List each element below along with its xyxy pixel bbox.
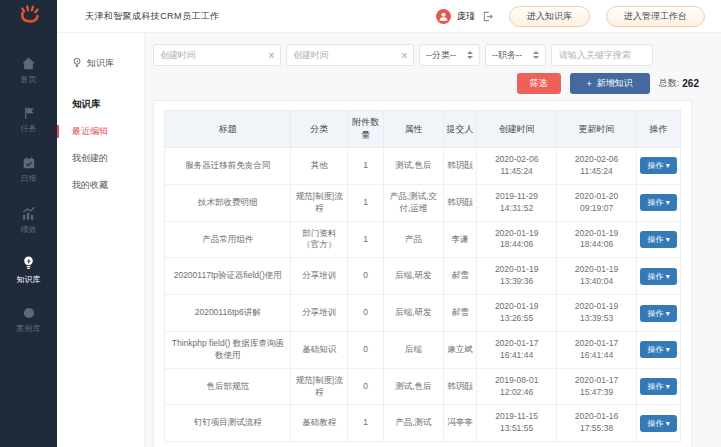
total-value: 262	[682, 78, 699, 89]
row-action-cell: 操作 ▾	[637, 221, 681, 258]
row-created: 2020-01-1913:26:55	[477, 295, 557, 332]
app-root: 天津和智聚成科技CRM员工工作 庞瑾 进入知识库 进入管理工作台 首页任务日报绩…	[0, 0, 721, 447]
category-select[interactable]: --分类--	[419, 44, 480, 66]
person-icon	[438, 11, 449, 22]
row-submitter: 康立斌	[443, 331, 477, 368]
app-logo[interactable]	[0, 0, 57, 33]
date-from-placeholder: 创建时间	[160, 49, 196, 62]
date-from-field[interactable]: 创建时间 X	[153, 44, 281, 66]
subsidebar-item-recent-edits[interactable]: 最近编辑	[57, 125, 144, 138]
logout-icon[interactable]	[482, 11, 493, 22]
small-bulb-icon	[72, 57, 82, 70]
sidebar-item-tasks[interactable]: 任务	[0, 95, 57, 145]
row-action-button[interactable]: 操作 ▾	[640, 194, 676, 211]
row-action-cell: 操作 ▾	[637, 405, 681, 442]
subsidebar-section-title: 知识库	[57, 98, 144, 111]
row-action-button[interactable]: 操作 ▾	[640, 231, 676, 248]
row-attrs: 产品,测试,交付,运维	[384, 184, 443, 221]
row-title: 售后部规范	[165, 368, 291, 405]
row-created: 2019-08-0112:02:46	[477, 368, 557, 405]
row-submitter: 冯亭亭	[443, 405, 477, 442]
sidebar-item-performance[interactable]: 绩效	[0, 195, 57, 245]
row-action-cell: 操作 ▾	[637, 184, 681, 221]
table-header-row: 标题分类附件数量属性提交人创建时间更新时间操作	[165, 111, 681, 148]
plus-icon: +	[587, 79, 592, 89]
row-action-button[interactable]: 操作 ▾	[640, 341, 676, 358]
category-select-value: --分类--	[426, 49, 456, 62]
row-category: 基础教程	[291, 405, 348, 442]
job-select[interactable]: --职务--	[485, 44, 546, 66]
circle-icon	[22, 306, 36, 320]
select-arrows-icon	[533, 51, 539, 59]
date-to-field[interactable]: 创建时间 X	[286, 44, 414, 66]
column-header: 附件数量	[348, 111, 384, 148]
hand-logo-icon	[18, 4, 40, 28]
table-row: 20200116tp6讲解分享培训0后端,研发郝雪2020-01-1913:26…	[165, 295, 681, 332]
sidebar-item-case-library[interactable]: 案例库	[0, 295, 57, 345]
sidebar-item-daily-report[interactable]: 日报	[0, 145, 57, 195]
clear-icon[interactable]: X	[402, 51, 407, 60]
subsidebar-item-my-favorites[interactable]: 我的收藏	[57, 179, 144, 192]
date-to-placeholder: 创建时间	[293, 49, 329, 62]
chart-icon	[21, 206, 36, 221]
sidebar-item-label: 案例库	[17, 323, 41, 334]
row-attachments: 1	[348, 184, 384, 221]
row-attachments: 1	[348, 221, 384, 258]
filter-bar: 创建时间 X 创建时间 X --分类-- --职务--	[145, 33, 721, 94]
row-category: 其他	[291, 148, 348, 185]
table-row: 钉钉项目测试流程基础教程1产品,测试冯亭亭2019-11-1513:51:552…	[165, 405, 681, 442]
row-attachments: 0	[348, 331, 384, 368]
row-category: 规范|制度|流程	[291, 184, 348, 221]
row-title: 钉钉项目测试流程	[165, 405, 291, 442]
table-row: 售后部规范规范|制度|流程0测试,售后韩玥颋2019-08-0112:02:46…	[165, 368, 681, 405]
search-input[interactable]	[551, 44, 653, 66]
row-action-button[interactable]: 操作 ▾	[640, 268, 676, 285]
filter-button[interactable]: 筛选	[517, 73, 561, 94]
row-updated: 2020-01-1913:39:53	[557, 295, 637, 332]
column-header: 更新时间	[557, 111, 637, 148]
table-row: 技术部收费明细规范|制度|流程1产品,测试,交付,运维韩玥颋2019-11-29…	[165, 184, 681, 221]
top-header: 天津和智聚成科技CRM员工工作 庞瑾 进入知识库 进入管理工作台	[0, 0, 721, 33]
row-updated: 2020-02-0611:45:24	[557, 148, 637, 185]
subsidebar-nav: 最近编辑我创建的我的收藏	[57, 125, 144, 192]
table-row: 服务器迁移前免责合同其他1测试,售后韩玥颋2020-02-0611:45:242…	[165, 148, 681, 185]
row-submitter: 李谦	[443, 221, 477, 258]
knowledge-table: 标题分类附件数量属性提交人创建时间更新时间操作 服务器迁移前免责合同其他1测试,…	[164, 110, 681, 442]
column-header: 标题	[165, 111, 291, 148]
job-select-value: --职务--	[492, 49, 522, 62]
subsidebar-item-my-created[interactable]: 我创建的	[57, 152, 144, 165]
sidebar-item-label: 日报	[21, 173, 37, 184]
row-created: 2019-11-2914:31:52	[477, 184, 557, 221]
row-action-button[interactable]: 操作 ▾	[640, 378, 676, 395]
enter-admin-button[interactable]: 进入管理工作台	[606, 6, 705, 27]
row-action-button[interactable]: 操作 ▾	[640, 415, 676, 432]
row-attrs: 后端,研发	[384, 258, 443, 295]
column-header: 属性	[384, 111, 443, 148]
knowledge-base-link[interactable]: 知识库	[57, 57, 144, 70]
primary-sidebar: 首页任务日报绩效知识库案例库	[0, 33, 57, 447]
total-count: 总数: 262	[659, 77, 699, 90]
row-attrs: 产品	[384, 221, 443, 258]
sidebar-item-home[interactable]: 首页	[0, 45, 57, 95]
row-title: Thinkphp field() 数据库查询函数使用	[165, 331, 291, 368]
row-action-button[interactable]: 操作 ▾	[640, 305, 676, 322]
row-attrs: 后端	[384, 331, 443, 368]
filter-inputs-row: 创建时间 X 创建时间 X --分类-- --职务--	[153, 44, 721, 66]
column-header: 操作	[637, 111, 681, 148]
sidebar-item-label: 知识库	[17, 274, 41, 285]
knowledge-table-card: 标题分类附件数量属性提交人创建时间更新时间操作 服务器迁移前免责合同其他1测试,…	[153, 100, 692, 447]
row-attachments: 1	[348, 148, 384, 185]
row-updated: 2020-01-1716:41:44	[557, 331, 637, 368]
row-title: 20200116tp6讲解	[165, 295, 291, 332]
column-header: 提交人	[443, 111, 477, 148]
secondary-sidebar: 知识库 知识库 最近编辑我创建的我的收藏	[57, 33, 145, 447]
row-submitter: 韩玥颋	[443, 184, 477, 221]
main-content: 创建时间 X 创建时间 X --分类-- --职务--	[145, 33, 721, 447]
enter-knowledge-button[interactable]: 进入知识库	[509, 6, 590, 27]
row-action-button[interactable]: 操作 ▾	[640, 157, 676, 174]
clear-icon[interactable]: X	[269, 51, 274, 60]
user-avatar[interactable]	[436, 9, 451, 24]
sidebar-item-knowledge-base[interactable]: 知识库	[0, 245, 57, 295]
add-knowledge-button[interactable]: + 新增知识	[570, 73, 650, 94]
select-arrows-icon	[467, 51, 473, 59]
